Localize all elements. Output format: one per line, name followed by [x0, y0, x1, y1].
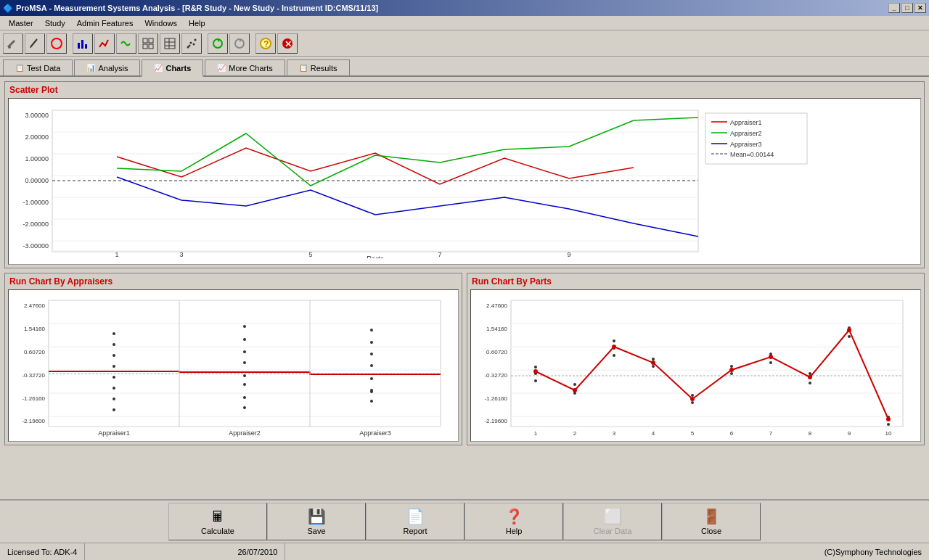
svg-text:8: 8: [809, 430, 812, 437]
svg-point-93: [370, 377, 373, 380]
minimize-button[interactable]: _: [888, 3, 900, 13]
status-bar: Licensed To: ADK-4 26/07/2010 (C)Symphon…: [0, 543, 929, 560]
window-title: ProMSA - Measurement Systems Analysis - …: [16, 4, 378, 12]
menu-help[interactable]: Help: [183, 17, 211, 29]
svg-point-136: [848, 335, 851, 338]
toolbar-grid[interactable]: [138, 33, 158, 54]
svg-rect-8: [149, 38, 153, 43]
run-chart-appraisers-section: Run Chart By Appraisers 2.47600 1.54160 …: [4, 273, 462, 445]
tab-analysis-icon: 📊: [86, 64, 95, 72]
clear-data-icon: ⬜: [604, 508, 622, 525]
toolbar-linechart[interactable]: [94, 33, 115, 54]
svg-text:2.47600: 2.47600: [24, 302, 45, 309]
svg-text:0.60720: 0.60720: [486, 349, 507, 355]
menu-master[interactable]: Master: [3, 17, 39, 29]
toolbar-wave[interactable]: [116, 33, 136, 54]
svg-text:1.54160: 1.54160: [24, 326, 45, 332]
svg-point-139: [533, 369, 538, 374]
svg-text:Appraiser2: Appraiser2: [730, 130, 762, 137]
svg-point-73: [112, 332, 115, 335]
svg-point-134: [809, 382, 811, 384]
close-button[interactable]: ✕: [914, 3, 926, 13]
calculate-button[interactable]: 🖩 Calculate: [168, 503, 267, 540]
toolbar-exit[interactable]: ✕: [277, 33, 298, 54]
svg-point-81: [243, 325, 246, 328]
svg-text:-2.19600: -2.19600: [484, 418, 507, 424]
svg-point-19: [189, 44, 191, 46]
tab-testdata[interactable]: 📋 Test Data: [3, 59, 73, 75]
svg-point-74: [112, 343, 115, 346]
svg-text:-1.26160: -1.26160: [22, 395, 45, 402]
svg-text:4: 4: [652, 430, 655, 437]
svg-text:-1.26160: -1.26160: [484, 395, 507, 402]
svg-text:1.54160: 1.54160: [486, 326, 507, 332]
svg-point-17: [193, 43, 195, 45]
help-icon: ❓: [505, 508, 523, 525]
report-button[interactable]: 📄 Report: [366, 503, 464, 540]
svg-text:-3.00000: -3.00000: [22, 242, 49, 250]
toolbar-refresh2[interactable]: [229, 33, 250, 54]
svg-text:3: 3: [613, 430, 616, 437]
svg-point-126: [652, 365, 655, 368]
toolbar-circle[interactable]: [46, 33, 67, 54]
scatter-chart: 3.00000 2.00000 1.00000 0.00000 -1.00000…: [8, 98, 921, 265]
title-bar: 🔷 ProMSA - Measurement Systems Analysis …: [0, 0, 929, 16]
svg-text:Appraiser1: Appraiser1: [730, 119, 762, 126]
run-chart-parts-chart: 2.47600 1.54160 0.60720 -0.32720 -1.2616…: [470, 289, 921, 442]
svg-text:-0.32720: -0.32720: [22, 372, 45, 379]
svg-text:3: 3: [179, 251, 183, 258]
toolbar-barchart[interactable]: [73, 33, 93, 54]
toolbar-pencil[interactable]: [25, 33, 45, 54]
svg-rect-10: [149, 44, 153, 49]
menu-admin[interactable]: Admin Features: [71, 17, 139, 29]
svg-text:1: 1: [115, 251, 118, 258]
help-button[interactable]: ❓ Help: [464, 503, 563, 540]
svg-point-83: [243, 350, 246, 353]
svg-point-85: [243, 374, 246, 377]
tab-morecharts[interactable]: 📈 More Charts: [205, 59, 285, 75]
svg-point-133: [809, 372, 811, 375]
svg-point-117: [534, 366, 537, 368]
toolbar-wrench[interactable]: [3, 33, 23, 54]
toolbar: ? ✕: [0, 30, 929, 57]
run-chart-parts-title: Run Chart By Parts: [467, 273, 924, 288]
svg-point-124: [613, 354, 615, 357]
svg-text:-2.00000: -2.00000: [22, 221, 49, 228]
svg-text:5: 5: [691, 430, 695, 437]
tab-morecharts-icon: 📈: [217, 64, 226, 72]
scatter-svg: 3.00000 2.00000 1.00000 0.00000 -1.00000…: [9, 99, 814, 258]
svg-text:-2.19600: -2.19600: [22, 418, 45, 424]
save-button[interactable]: 💾 Save: [267, 503, 366, 540]
menu-windows[interactable]: Windows: [139, 17, 183, 29]
toolbar-scatter[interactable]: [181, 33, 202, 54]
menu-bar: Master Study Admin Features Windows Help: [0, 16, 929, 30]
clear-data-button[interactable]: ⬜ Clear Data: [563, 503, 662, 540]
toolbar-refresh1[interactable]: [208, 33, 228, 54]
report-icon: 📄: [406, 508, 425, 525]
appraisers-svg: 2.47600 1.54160 0.60720 -0.32720 -1.2616…: [9, 290, 451, 439]
svg-text:Appraiser3: Appraiser3: [359, 429, 391, 437]
svg-point-145: [769, 355, 773, 359]
svg-text:Appraiser2: Appraiser2: [229, 429, 261, 437]
svg-rect-7: [143, 38, 147, 43]
svg-text:-0.32720: -0.32720: [484, 372, 507, 379]
svg-point-141: [612, 345, 616, 349]
svg-text:2.00000: 2.00000: [25, 133, 49, 141]
maximize-button[interactable]: □: [901, 3, 913, 13]
svg-rect-9: [143, 44, 147, 49]
svg-point-95: [370, 400, 373, 403]
svg-point-82: [243, 338, 246, 341]
toolbar-table[interactable]: [160, 33, 180, 54]
tab-analysis[interactable]: 📊 Analysis: [74, 59, 140, 75]
close-button[interactable]: 🚪 Close: [662, 503, 761, 540]
toolbar-help[interactable]: ?: [255, 33, 276, 54]
tab-results[interactable]: 📋 Results: [287, 59, 350, 75]
menu-study[interactable]: Study: [39, 17, 71, 29]
svg-point-132: [769, 361, 772, 364]
title-controls[interactable]: _ □ ✕: [888, 3, 926, 13]
svg-point-88: [243, 406, 246, 409]
tab-charts[interactable]: 📈 Charts: [142, 59, 203, 77]
svg-text:2.47600: 2.47600: [486, 302, 507, 309]
svg-text:✕: ✕: [285, 39, 292, 49]
svg-text:0.00000: 0.00000: [25, 177, 49, 184]
